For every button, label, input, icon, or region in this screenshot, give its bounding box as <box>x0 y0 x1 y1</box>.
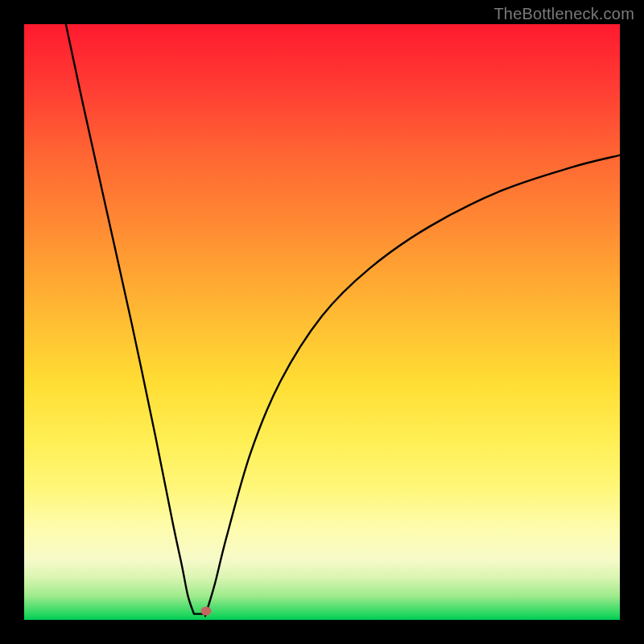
bottleneck-curve <box>24 24 620 620</box>
chart-frame: TheBottleneck.com <box>0 0 644 644</box>
curve-path <box>66 24 620 616</box>
chart-plot-area <box>24 24 620 620</box>
watermark-text: TheBottleneck.com <box>493 5 634 23</box>
min-point-marker <box>200 606 211 615</box>
